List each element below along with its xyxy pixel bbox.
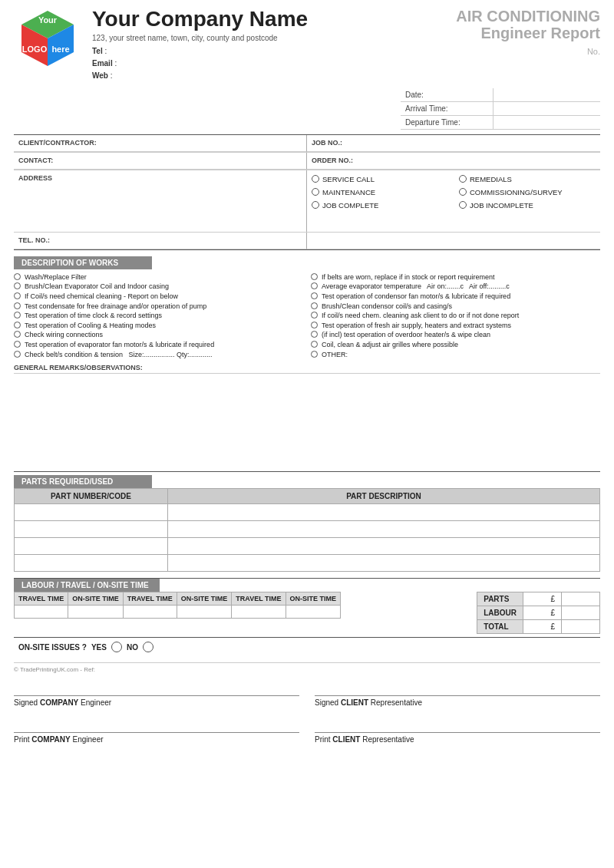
works-item-l6: Test operation of Cooling & Heating mode… bbox=[14, 321, 303, 331]
labour-section: LABOUR / TRAVEL / ON-SITE TIME TRAVEL TI… bbox=[14, 578, 600, 634]
date-row: Date: bbox=[401, 88, 600, 102]
sig-client-print-label: Print CLIENT Representative bbox=[315, 735, 600, 744]
works-right-col: If belts are worn, replace if in stock o… bbox=[311, 272, 600, 359]
works-circle bbox=[14, 302, 21, 309]
parts-section: PARTS REQUIRED/USED PART NUMBER/CODE PAR… bbox=[14, 471, 600, 572]
part-num-4[interactable] bbox=[15, 555, 168, 572]
remarks-label: GENERAL REMARKS/OBSERVATIONS: bbox=[14, 364, 600, 371]
works-circle bbox=[14, 322, 21, 328]
report-no: No. bbox=[439, 47, 600, 56]
sig-client-signed: Signed CLIENT Representative bbox=[315, 679, 600, 707]
svg-text:LOGO: LOGO bbox=[22, 45, 48, 54]
onsite-issues-label: ON-SITE ISSUES ? bbox=[18, 643, 87, 652]
works-item-l4: Test condensate for free drainage and/or… bbox=[14, 302, 303, 312]
part-desc-1[interactable] bbox=[168, 504, 600, 521]
works-left-col: Wash/Replace Filter Brush/Clean Evaporat… bbox=[14, 272, 303, 359]
parts-table-header-row: PART NUMBER/CODE PART DESCRIPTION bbox=[15, 489, 600, 504]
logo-box: Your LOGO here bbox=[14, 8, 83, 77]
company-info: Your Company Name 123, your street name,… bbox=[92, 8, 439, 82]
radio-job-incomplete[interactable]: JOB INCOMPLETE bbox=[454, 200, 600, 211]
costs-labour-symbol: £ bbox=[523, 606, 562, 620]
works-grid: Wash/Replace Filter Brush/Clean Evaporat… bbox=[14, 272, 600, 359]
radio-job-complete[interactable]: JOB COMPLETE bbox=[307, 200, 453, 211]
sig-client-signed-line[interactable] bbox=[315, 679, 600, 696]
sig-client-print-line[interactable] bbox=[315, 716, 600, 733]
radio-circle-remedials[interactable] bbox=[459, 175, 467, 183]
onsite-val-3[interactable] bbox=[286, 606, 341, 619]
description-header: DESCRIPTION OF WORKS bbox=[14, 256, 152, 269]
arrival-label: Arrival Time: bbox=[401, 101, 493, 115]
travel-val-2[interactable] bbox=[123, 606, 177, 619]
works-circle bbox=[14, 341, 21, 348]
works-circle bbox=[311, 282, 318, 289]
travel-val-3[interactable] bbox=[232, 606, 286, 619]
header: Your LOGO here Your Company Name 123, yo… bbox=[14, 8, 600, 82]
remarks-section: GENERAL REMARKS/OBSERVATIONS: bbox=[14, 364, 600, 465]
part-desc-4[interactable] bbox=[168, 555, 600, 572]
client-row4: TEL. NO.: bbox=[14, 233, 600, 249]
sig-company-print-label: Print COMPANY Engineer bbox=[14, 735, 299, 744]
travel-val-1[interactable] bbox=[15, 606, 68, 619]
date-time-section: Date: Arrival Time: Departure Time: bbox=[14, 88, 600, 130]
radio-circle-complete[interactable] bbox=[312, 201, 319, 209]
part-num-2[interactable] bbox=[15, 521, 168, 538]
costs-parts-value[interactable] bbox=[562, 592, 600, 606]
date-time-table: Date: Arrival Time: Departure Time: bbox=[401, 88, 600, 130]
part-num-3[interactable] bbox=[15, 538, 168, 555]
radio-remedials[interactable]: REMEDIALS bbox=[454, 173, 600, 185]
radio-circle-service[interactable] bbox=[312, 175, 319, 183]
onsite-yes-radio[interactable] bbox=[111, 642, 122, 652]
radio-circle-incomplete[interactable] bbox=[459, 201, 467, 209]
onsite-no-radio[interactable] bbox=[143, 642, 154, 652]
tel-cell: TEL. NO.: bbox=[14, 233, 307, 249]
parts-header: PARTS REQUIRED/USED bbox=[14, 475, 152, 488]
onsite-yes-label: YES bbox=[91, 643, 107, 652]
costs-table: PARTS £ LABOUR £ TOTAL £ bbox=[477, 592, 600, 634]
costs-labour-label: LABOUR bbox=[477, 606, 523, 620]
date-value[interactable] bbox=[493, 88, 600, 102]
works-circle bbox=[311, 341, 318, 348]
remarks-area[interactable] bbox=[14, 373, 600, 465]
job-types-grid: SERVICE CALL REMEDIALS MAINTENANCE COMMI… bbox=[307, 172, 600, 213]
arrival-value[interactable] bbox=[493, 101, 600, 115]
radio-circle-commissioning[interactable] bbox=[459, 188, 467, 196]
part-num-1[interactable] bbox=[15, 504, 168, 521]
company-address: 123, your street name, town, city, count… bbox=[92, 34, 439, 42]
contact-cell: CONTACT: bbox=[14, 153, 307, 170]
part-desc-3[interactable] bbox=[168, 538, 600, 555]
costs-total-symbol: £ bbox=[523, 620, 562, 634]
labour-th-onsite1: ON-SITE TIME bbox=[68, 592, 124, 606]
labour-header-row: TRAVEL TIME ON-SITE TIME TRAVEL TIME ON-… bbox=[15, 592, 341, 606]
works-item-r4: Brush/Clean condensor coil/s and casing/… bbox=[311, 302, 600, 312]
works-circle bbox=[311, 351, 318, 358]
labour-content: TRAVEL TIME ON-SITE TIME TRAVEL TIME ON-… bbox=[14, 592, 600, 634]
radio-service-call[interactable]: SERVICE CALL bbox=[307, 173, 453, 185]
client-row3: ADDRESS SERVICE CALL REMEDIALS MAINTENAN… bbox=[14, 170, 600, 233]
report-title-box: AIR CONDITIONING Engineer Report No. bbox=[439, 8, 600, 56]
labour-th-travel1: TRAVEL TIME bbox=[15, 592, 68, 606]
part-desc-2[interactable] bbox=[168, 521, 600, 538]
onsite-val-2[interactable] bbox=[177, 606, 232, 619]
onsite-val-1[interactable] bbox=[68, 606, 124, 619]
works-circle bbox=[14, 351, 21, 358]
sig-company-print-line[interactable] bbox=[14, 716, 299, 733]
works-item-r6: Test operation of fresh air supply, heat… bbox=[311, 321, 600, 331]
labour-time-table: TRAVEL TIME ON-SITE TIME TRAVEL TIME ON-… bbox=[14, 592, 341, 619]
sig-company-signed-line[interactable] bbox=[14, 679, 299, 696]
radio-commissioning[interactable]: COMMISSIONING/SURVEY bbox=[454, 186, 600, 198]
works-item-r8: Coil, clean & adjust air grilles where p… bbox=[311, 340, 600, 350]
costs-labour-value[interactable] bbox=[562, 606, 600, 620]
works-circle bbox=[14, 292, 21, 299]
departure-value[interactable] bbox=[493, 115, 600, 129]
parts-col1-header: PART NUMBER/CODE bbox=[15, 489, 168, 504]
description-section: DESCRIPTION OF WORKS Wash/Replace Filter… bbox=[14, 250, 600, 465]
costs-parts-label: PARTS bbox=[477, 592, 523, 606]
job-types-cell: SERVICE CALL REMEDIALS MAINTENANCE COMMI… bbox=[307, 170, 600, 232]
radio-circle-maintenance[interactable] bbox=[312, 188, 319, 196]
client-row2: CONTACT: ORDER NO.: bbox=[14, 153, 600, 170]
costs-total-value[interactable] bbox=[562, 620, 600, 634]
radio-maintenance[interactable]: MAINTENANCE bbox=[307, 186, 453, 198]
works-item-l9: Check belt/s condition & tension Size:..… bbox=[14, 350, 303, 360]
works-circle bbox=[14, 273, 21, 280]
works-circle bbox=[311, 273, 318, 280]
